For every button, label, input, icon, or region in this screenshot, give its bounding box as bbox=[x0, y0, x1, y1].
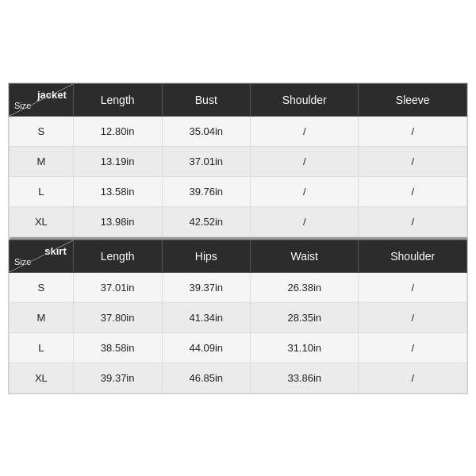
jacket-header-row: jacket Size Length Bust Shoulder Sleeve bbox=[10, 83, 467, 116]
skirt-xl-waist: 33.86in bbox=[251, 363, 359, 393]
jacket-s-shoulder: / bbox=[251, 116, 359, 146]
jacket-l-bust: 39.76in bbox=[162, 176, 250, 206]
jacket-row-m: M 13.19in 37.01in / / bbox=[10, 146, 467, 176]
skirt-row-l: L 38.58in 44.09in 31.10in / bbox=[10, 332, 467, 363]
skirt-col-length: Length bbox=[73, 240, 162, 272]
skirt-row-xl: XL 39.37in 46.85in 33.86in / bbox=[10, 363, 467, 393]
skirt-col-waist: Waist bbox=[251, 240, 359, 272]
jacket-xl-sleeve: / bbox=[359, 206, 467, 236]
skirt-size-s: S bbox=[10, 272, 74, 302]
skirt-m-hips: 41.34in bbox=[162, 302, 250, 332]
jacket-m-sleeve: / bbox=[359, 146, 467, 176]
skirt-s-shoulder: / bbox=[359, 272, 467, 302]
jacket-col-shoulder: Shoulder bbox=[251, 83, 359, 116]
skirt-row-m: M 37.80in 41.34in 28.35in / bbox=[10, 302, 467, 332]
jacket-col-sleeve: Sleeve bbox=[359, 83, 467, 116]
skirt-xl-shoulder: / bbox=[359, 363, 467, 393]
jacket-size-label: jacket Size bbox=[10, 83, 74, 116]
size-chart: jacket Size Length Bust Shoulder Sleeve … bbox=[8, 83, 468, 394]
jacket-m-length: 13.19in bbox=[73, 146, 162, 176]
jacket-size-xl: XL bbox=[10, 206, 74, 236]
skirt-l-shoulder: / bbox=[359, 332, 467, 363]
skirt-s-length: 37.01in bbox=[73, 272, 162, 302]
skirt-row-s: S 37.01in 39.37in 26.38in / bbox=[10, 272, 467, 302]
skirt-size-l: L bbox=[10, 332, 74, 363]
skirt-size-label: skirt Size bbox=[10, 240, 74, 272]
skirt-xl-hips: 46.85in bbox=[162, 363, 250, 393]
jacket-row-l: L 13.58in 39.76in / / bbox=[10, 176, 467, 206]
jacket-xl-bust: 42.52in bbox=[162, 206, 250, 236]
jacket-l-length: 13.58in bbox=[73, 176, 162, 206]
skirt-l-hips: 44.09in bbox=[162, 332, 250, 363]
skirt-header-row: skirt Size Length Hips Waist Shoulder bbox=[10, 240, 467, 272]
skirt-s-waist: 26.38in bbox=[251, 272, 359, 302]
jacket-m-bust: 37.01in bbox=[162, 146, 250, 176]
jacket-size-l: L bbox=[10, 176, 74, 206]
jacket-m-shoulder: / bbox=[251, 146, 359, 176]
skirt-l-waist: 31.10in bbox=[251, 332, 359, 363]
jacket-row-xl: XL 13.98in 42.52in / / bbox=[10, 206, 467, 236]
jacket-xl-length: 13.98in bbox=[73, 206, 162, 236]
jacket-size-s: S bbox=[10, 116, 74, 146]
skirt-m-shoulder: / bbox=[359, 302, 467, 332]
skirt-l-length: 38.58in bbox=[73, 332, 162, 363]
jacket-l-shoulder: / bbox=[251, 176, 359, 206]
jacket-l-sleeve: / bbox=[359, 176, 467, 206]
jacket-s-bust: 35.04in bbox=[162, 116, 250, 146]
skirt-col-shoulder: Shoulder bbox=[359, 240, 467, 272]
skirt-m-length: 37.80in bbox=[73, 302, 162, 332]
jacket-col-bust: Bust bbox=[162, 83, 250, 116]
skirt-size-xl: XL bbox=[10, 363, 74, 393]
skirt-m-waist: 28.35in bbox=[251, 302, 359, 332]
skirt-size-m: M bbox=[10, 302, 74, 332]
jacket-size-m: M bbox=[10, 146, 74, 176]
skirt-xl-length: 39.37in bbox=[73, 363, 162, 393]
jacket-xl-shoulder: / bbox=[251, 206, 359, 236]
jacket-col-length: Length bbox=[73, 83, 162, 116]
skirt-s-hips: 39.37in bbox=[162, 272, 250, 302]
jacket-s-length: 12.80in bbox=[73, 116, 162, 146]
jacket-s-sleeve: / bbox=[359, 116, 467, 146]
skirt-col-hips: Hips bbox=[162, 240, 250, 272]
jacket-row-s: S 12.80in 35.04in / / bbox=[10, 116, 467, 146]
